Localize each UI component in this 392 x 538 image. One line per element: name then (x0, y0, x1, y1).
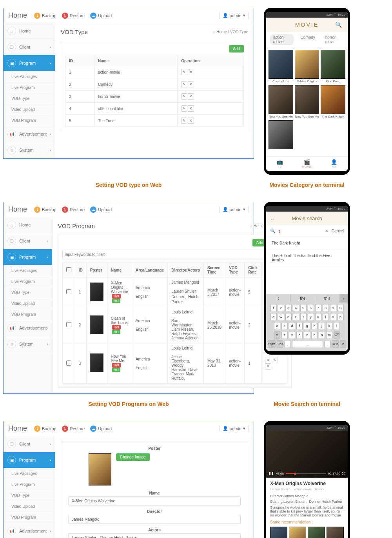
sidebar-sub-vod-program[interactable]: VOD Program (4, 512, 55, 523)
sidebar-item-advertisement[interactable]: 📢Advertisement› (4, 523, 55, 538)
sidebar-item-home[interactable]: ⌂Home (4, 217, 52, 233)
key[interactable]: a (274, 322, 280, 330)
upload-button[interactable]: ☁Upload (90, 207, 112, 213)
sidebar-item-advertisement[interactable]: 📢Advertisement› (4, 320, 52, 336)
row-checkbox[interactable] (66, 322, 71, 327)
user-dropdown[interactable]: 👤admin▾ (219, 425, 249, 432)
key[interactable]: l (334, 322, 340, 330)
restore-button[interactable]: ↻Restore (62, 426, 85, 432)
delete-icon[interactable]: ✕ (188, 81, 194, 87)
sidebar-sub-live-program[interactable]: Live Program (4, 479, 55, 490)
key[interactable]: 0 (338, 304, 344, 312)
key[interactable]: 2 (278, 304, 284, 312)
edit-icon[interactable]: ✎ (181, 93, 187, 100)
sidebar-sub-video-upload[interactable]: Video Upload (4, 298, 52, 309)
key[interactable]: m (326, 331, 332, 339)
backup-button[interactable]: ⭳Backup (34, 426, 56, 432)
upload-button[interactable]: ☁Upload (90, 13, 112, 19)
row-checkbox[interactable] (66, 360, 71, 366)
sym-key[interactable]: Sym (268, 340, 276, 348)
video-player[interactable]: ❚❚ 47:08 02:17:20 ⛶ (266, 431, 348, 478)
suggestion[interactable]: t (266, 294, 291, 303)
recommendation-item[interactable]: King Kong (308, 527, 325, 538)
upload-button[interactable]: ☁Upload (90, 426, 112, 432)
back-icon[interactable]: ← (270, 216, 275, 222)
key[interactable]: r (293, 313, 299, 321)
key[interactable]: 9 (330, 304, 336, 312)
num-key[interactable]: 123 (277, 340, 283, 348)
delete-icon[interactable]: ✕ (188, 105, 194, 112)
key[interactable]: p (338, 313, 344, 321)
enter-key[interactable]: ↵ (340, 340, 346, 348)
nav-tv[interactable]: 📺TV (266, 157, 293, 171)
backup-button[interactable]: ⭳Backup (34, 207, 56, 213)
sidebar-item-system[interactable]: ⚙System› (4, 336, 52, 352)
delete-icon[interactable]: ✕ (188, 93, 194, 100)
edit-icon[interactable]: ✎ (181, 118, 187, 124)
key[interactable]: g (304, 322, 310, 330)
sidebar-item-program[interactable]: ▣Program› (4, 249, 52, 265)
sidebar-item-advertisement[interactable]: 📢Advertisement› (4, 126, 55, 142)
backup-button[interactable]: ⭳Backup (34, 13, 56, 19)
sidebar-sub-live-packages[interactable]: Live Packages (4, 71, 55, 82)
sidebar-sub-live-packages[interactable]: Live Packages (4, 265, 52, 276)
restore-button[interactable]: ↻Restore (62, 13, 85, 19)
key[interactable]: 6 (308, 304, 314, 312)
sidebar-sub-vod-type[interactable]: VOD Type (4, 287, 52, 298)
key[interactable]: z (281, 331, 288, 339)
movie-item[interactable] (269, 120, 293, 154)
sidebar-sub-vod-type[interactable]: VOD Type (4, 93, 55, 104)
key[interactable]: 4 (293, 304, 299, 312)
delete-icon[interactable]: ✕ (188, 69, 194, 75)
key[interactable]: f (296, 322, 303, 330)
actors-input[interactable] (68, 533, 241, 538)
nav-movie[interactable]: 🎬MOVIE (293, 157, 320, 171)
key[interactable]: x (289, 331, 295, 339)
key[interactable]: d (289, 322, 295, 330)
key[interactable]: 7 (315, 304, 321, 312)
fullscreen-icon[interactable]: ⛶ (342, 472, 345, 475)
user-dropdown[interactable]: 👤admin▾ (219, 206, 249, 213)
recommendation-item[interactable]: X-Men Origins.. (289, 527, 306, 538)
key[interactable]: e (285, 313, 292, 321)
delete-icon[interactable]: ✕ (265, 363, 271, 370)
key[interactable]: 5 (300, 304, 307, 312)
sidebar-sub-vod-program[interactable]: VOD Program (4, 309, 52, 320)
select-all-checkbox[interactable] (66, 267, 71, 272)
nav-me[interactable]: 👤Me (321, 157, 348, 171)
spacebar-key[interactable]: ⎵ (292, 340, 323, 348)
key[interactable]: 3 (285, 304, 292, 312)
sidebar-sub-vod-program[interactable]: VOD Program (4, 115, 55, 126)
tab-horror[interactable]: horror-movi (322, 34, 344, 45)
row-checkbox[interactable] (66, 289, 71, 294)
sidebar-item-program[interactable]: ▣Program› (4, 452, 55, 468)
key[interactable]: n (319, 331, 325, 339)
movie-item[interactable]: The Dark Knight (321, 85, 345, 119)
lang-key[interactable]: ·/En (332, 340, 339, 348)
director-input[interactable] (68, 515, 241, 524)
sidebar-item-client[interactable]: 🖵Client› (4, 436, 55, 452)
sidebar-item-client[interactable]: 🖵Client› (4, 233, 52, 249)
key[interactable]: o (330, 313, 336, 321)
sidebar-sub-live-program[interactable]: Live Program (4, 82, 55, 93)
name-input[interactable] (68, 496, 241, 505)
clear-icon[interactable]: ✕ (325, 228, 328, 234)
backspace-key[interactable]: ⌫ (334, 331, 340, 339)
key[interactable]: y (308, 313, 314, 321)
edit-icon[interactable]: ✎ (181, 105, 187, 112)
key[interactable]: k (326, 322, 332, 330)
edit-icon[interactable]: ✎ (272, 357, 278, 363)
movie-item[interactable]: Now You See Me (295, 85, 319, 119)
sidebar-item-home[interactable]: ⌂Home (4, 23, 55, 39)
key[interactable]: t (300, 313, 307, 321)
movie-item[interactable]: Now You See Me (269, 85, 293, 119)
tab-comedy[interactable]: Comedy (298, 34, 318, 45)
key[interactable]: h (311, 322, 318, 330)
search-result[interactable]: The Hobbit: The Battle of the Five Armie… (266, 250, 348, 266)
key[interactable]: i (323, 313, 329, 321)
video-seekbar[interactable] (286, 473, 326, 474)
sidebar-sub-vod-type[interactable]: VOD Type (4, 490, 55, 501)
movie-item[interactable]: X-Men Origins (295, 50, 319, 83)
sidebar-item-program[interactable]: ▣Program› (4, 55, 55, 71)
key[interactable]: . (324, 340, 330, 348)
